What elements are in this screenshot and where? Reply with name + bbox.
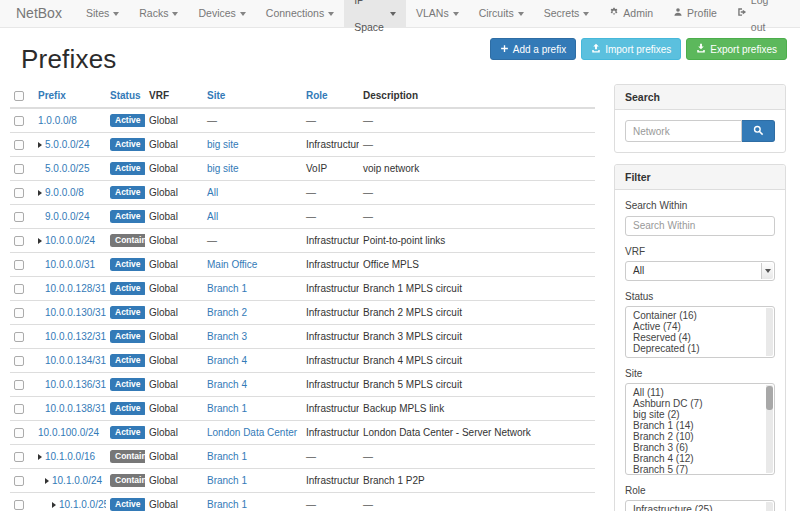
sort-link-status[interactable]: Status [110,90,141,101]
scrollbar-track[interactable] [766,502,773,511]
filter-option[interactable]: Branch 3 (6) [626,442,774,453]
nav-item-log-out[interactable]: Log out [727,0,792,27]
site-link[interactable]: big site [207,139,239,150]
nav-item-connections[interactable]: Connections [256,0,344,27]
row-checkbox[interactable] [14,260,24,270]
prefix-link[interactable]: 10.1.0.0/24 [52,475,102,486]
expand-arrow-icon[interactable] [38,454,42,460]
row-checkbox[interactable] [14,308,24,318]
filter-option[interactable]: Deprecated (1) [626,343,774,354]
expand-arrow-icon[interactable] [38,142,42,148]
filter-option[interactable]: Ashburn DC (7) [626,398,774,409]
scrollbar-thumb[interactable] [766,386,773,410]
add-a-prefix-button[interactable]: Add a prefix [490,38,576,60]
filter-option[interactable]: All (11) [626,387,774,398]
filter-option[interactable]: Branch 2 (10) [626,431,774,442]
prefix-link[interactable]: 9.0.0.0/8 [45,187,84,198]
nav-item-sites[interactable]: Sites [76,0,129,27]
site-link[interactable]: All [207,211,218,222]
site-link[interactable]: big site [207,163,239,174]
search-within-input[interactable] [625,216,775,236]
nav-item-profile[interactable]: Profile [663,0,727,27]
scrollbar-track[interactable] [766,385,773,473]
site-link[interactable]: All [207,187,218,198]
sort-link-site[interactable]: Site [207,90,225,101]
site-link[interactable]: Branch 1 [207,499,247,510]
row-checkbox[interactable] [14,500,24,510]
row-checkbox[interactable] [14,140,24,150]
site-link[interactable]: Branch 1 [207,451,247,462]
site-link[interactable]: Main Office [207,259,257,270]
row-checkbox[interactable] [14,452,24,462]
role-filter-list[interactable]: Infrastructure (25)Management (8)Private… [625,500,775,511]
row-checkbox[interactable] [14,476,24,486]
row-checkbox[interactable] [14,428,24,438]
prefix-link[interactable]: 10.0.0.136/31 [45,379,106,390]
filter-option[interactable]: Container (16) [626,310,774,321]
import-prefixes-button[interactable]: Import prefixes [581,38,681,60]
filter-option[interactable]: big site (2) [626,409,774,420]
prefix-link[interactable]: 10.0.100.0/24 [38,427,99,438]
vrf-select[interactable]: All [625,261,775,281]
nav-item-circuits[interactable]: Circuits [469,0,534,27]
filter-option[interactable]: Reserved (4) [626,332,774,343]
filter-option[interactable]: Branch 1 (14) [626,420,774,431]
site-filter-list[interactable]: All (11)Ashburn DC (7)big site (2)Branch… [625,383,775,475]
expand-arrow-icon[interactable] [38,190,42,196]
expand-arrow-icon[interactable] [38,238,42,244]
row-checkbox[interactable] [14,332,24,342]
prefix-link[interactable]: 10.0.0.130/31 [45,307,106,318]
prefix-link[interactable]: 5.0.0.0/24 [45,139,89,150]
row-checkbox[interactable] [14,356,24,366]
prefix-link[interactable]: 10.0.0.134/31 [45,355,106,366]
row-checkbox[interactable] [14,116,24,126]
nav-item-racks[interactable]: Racks [129,0,188,27]
prefix-link[interactable]: 10.1.0.0/16 [45,451,95,462]
search-input[interactable] [625,120,742,142]
site-link[interactable]: Branch 3 [207,331,247,342]
site-link[interactable]: London Data Center [207,427,297,438]
site-link[interactable]: Branch 1 [207,475,247,486]
expand-arrow-icon[interactable] [52,502,56,508]
prefix-link[interactable]: 5.0.0.0/25 [45,163,89,174]
nav-item-vlans[interactable]: VLANs [406,0,469,27]
site-link[interactable]: Branch 4 [207,355,247,366]
brand-link[interactable]: NetBox [0,0,76,27]
prefix-link[interactable]: 10.0.0.0/24 [45,235,95,246]
select-all-checkbox[interactable] [14,91,24,101]
scrollbar-track[interactable] [766,308,773,356]
search-button[interactable] [742,120,775,142]
row-checkbox[interactable] [14,212,24,222]
filter-option[interactable]: Branch 5 (7) [626,464,774,475]
select-dropdown-button[interactable] [761,263,773,279]
sort-link-prefix[interactable]: Prefix [38,90,66,101]
nav-item-admin[interactable]: Admin [599,0,663,27]
site-link[interactable]: Branch 1 [207,403,247,414]
row-checkbox[interactable] [14,188,24,198]
row-checkbox[interactable] [14,236,24,246]
site-link[interactable]: Branch 4 [207,379,247,390]
prefix-link[interactable]: 1.0.0.0/8 [38,115,77,126]
row-checkbox[interactable] [14,284,24,294]
prefix-link[interactable]: 10.0.0.138/31 [45,403,106,414]
prefix-link[interactable]: 10.1.0.0/25 [59,499,106,510]
status-filter-list[interactable]: Container (16)Active (74)Reserved (4)Dep… [625,306,775,358]
row-checkbox[interactable] [14,164,24,174]
nav-item-secrets[interactable]: Secrets [534,0,600,27]
nav-item-devices[interactable]: Devices [188,0,255,27]
filter-option[interactable]: Branch 4 (12) [626,453,774,464]
prefix-link[interactable]: 10.0.0.132/31 [45,331,106,342]
prefix-link[interactable]: 9.0.0.0/24 [45,211,89,222]
prefix-link[interactable]: 10.0.0.128/31 [45,283,106,294]
filter-option[interactable]: Infrastructure (25) [626,504,774,511]
prefix-link[interactable]: 10.0.0.0/31 [45,259,95,270]
filter-option[interactable]: Active (74) [626,321,774,332]
export-prefixes-button[interactable]: Export prefixes [686,38,787,60]
site-link[interactable]: Branch 2 [207,307,247,318]
row-checkbox[interactable] [14,380,24,390]
nav-item-ip-space[interactable]: IP Space [344,0,406,27]
expand-arrow-icon[interactable] [45,478,49,484]
sort-link-role[interactable]: Role [306,90,328,101]
row-checkbox[interactable] [14,404,24,414]
site-link[interactable]: Branch 1 [207,283,247,294]
